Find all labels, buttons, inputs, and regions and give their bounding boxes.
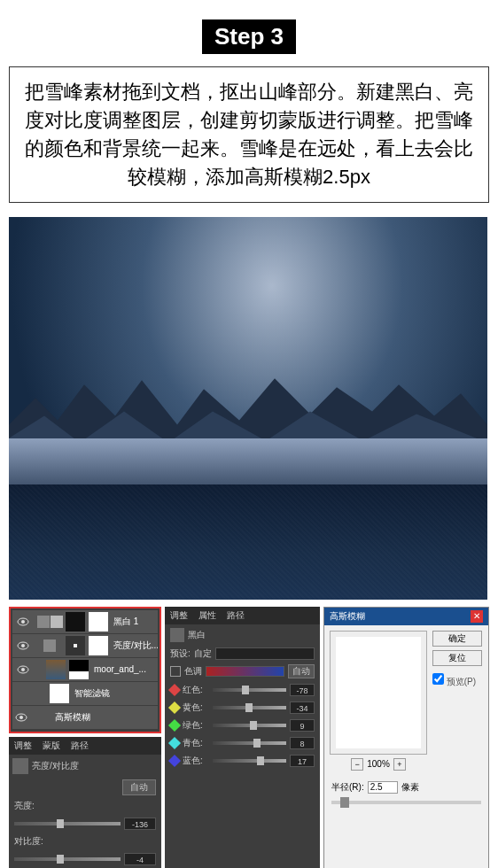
visibility-icon[interactable] — [16, 663, 30, 677]
radius-input[interactable] — [368, 781, 398, 794]
color-slider[interactable]: .c-row:nth-child(4) .sl:after{left:55%} — [213, 741, 286, 745]
panel-title: 亮度/对比度 — [32, 760, 79, 772]
mask-thumb — [69, 660, 89, 679]
preview-label: 预览(P) — [447, 677, 476, 686]
preview-area — [330, 631, 427, 755]
contrast-slider[interactable] — [14, 857, 121, 861]
adj-icon — [12, 758, 28, 774]
brightness-contrast-panel: 调整 蒙版 路径 亮度/对比度 自动 亮度: -136 对比度: — [9, 737, 161, 868]
color-value[interactable]: 17 — [290, 755, 315, 767]
visibility-icon[interactable] — [14, 710, 28, 725]
layer-row[interactable]: 黑白 1 — [12, 610, 158, 633]
layer-label: 亮度/对比... — [112, 639, 158, 652]
close-icon[interactable]: ✕ — [471, 610, 483, 623]
panel-tabs: 调整 蒙版 路径 — [9, 737, 161, 755]
svg-point-9 — [19, 716, 23, 719]
layer-label: 智能滤镜 — [73, 687, 158, 700]
color-slider[interactable]: .c-row:nth-child(5) .sl:after{left:60%} — [213, 759, 286, 763]
layer-row[interactable]: 亮度/对比... — [12, 634, 158, 657]
tint-swatch[interactable] — [170, 666, 181, 677]
radius-slider[interactable] — [331, 801, 481, 804]
tab[interactable]: 调整 — [9, 737, 37, 755]
color-value[interactable]: 9 — [290, 719, 315, 732]
auto-button[interactable]: 自动 — [122, 779, 156, 795]
zoom-out-icon[interactable]: − — [351, 758, 363, 771]
visibility-icon[interactable] — [16, 615, 30, 629]
preset-label: 预设: — [170, 647, 191, 660]
step-badge: Step 3 — [202, 19, 296, 54]
tint-label: 色调 — [184, 665, 202, 678]
color-gem — [168, 683, 181, 695]
mask-thumb — [89, 612, 108, 632]
preview-checkbox[interactable] — [432, 673, 444, 685]
color-gem — [168, 718, 181, 731]
layers-panel: 黑白 1 亮度/对比... moor_and_... — [9, 607, 161, 733]
zoom-pct: 100% — [367, 759, 390, 769]
panel-title: 黑白 — [188, 629, 206, 641]
color-gem — [168, 701, 181, 713]
result-image — [9, 217, 487, 600]
black-white-panel: 调整 属性 路径 黑白 预设: 自定 色调 自动 红色: .c-row:nth-… — [165, 607, 320, 868]
contrast-value[interactable]: -4 — [124, 853, 156, 865]
color-label: 绿色: — [183, 719, 209, 732]
color-label: 黄色: — [183, 701, 209, 714]
layer-row[interactable]: 智能滤镜 — [12, 682, 158, 705]
brightness-label: 亮度: — [14, 800, 46, 812]
color-slider[interactable]: .c-row:nth-child(2) .sl:after{left:45%} — [213, 706, 286, 709]
layer-label: 高斯模糊 — [53, 711, 158, 724]
color-gem — [168, 736, 181, 748]
color-slider[interactable]: .c-row:nth-child(3) .sl:after{left:50%} — [213, 724, 286, 727]
tab[interactable]: 路径 — [66, 737, 94, 755]
auto-button[interactable]: 自动 — [288, 664, 315, 678]
tab[interactable]: 蒙版 — [37, 737, 66, 755]
layer-row[interactable]: moor_and_... — [12, 658, 158, 681]
color-label: 青色: — [183, 737, 209, 749]
layer-row[interactable]: 高斯模糊 — [12, 706, 158, 729]
svg-point-3 — [21, 620, 25, 624]
color-label: 红色: — [183, 684, 209, 696]
color-value[interactable]: 8 — [290, 737, 315, 749]
svg-point-7 — [21, 668, 25, 671]
svg-point-5 — [21, 644, 25, 647]
ok-button[interactable]: 确定 — [432, 631, 482, 647]
clip-icon — [34, 616, 66, 628]
bw-icon — [170, 628, 184, 642]
layer-label: moor_and_... — [92, 664, 158, 674]
color-value[interactable]: -34 — [290, 701, 315, 714]
zoom-in-icon[interactable]: + — [393, 758, 406, 771]
contrast-label: 对比度: — [14, 835, 46, 848]
tab[interactable]: 路径 — [222, 607, 250, 624]
adj-thumb — [66, 612, 85, 632]
step-description: 把雪峰素材拖到文档，抠出山峰部分。新建黑白、亮度对比度调整图层，创建剪切蒙版进行… — [9, 66, 489, 203]
brightness-slider[interactable] — [14, 822, 121, 825]
color-gem — [168, 754, 181, 766]
tab[interactable]: 调整 — [165, 607, 193, 624]
preset-dropdown[interactable] — [215, 647, 315, 660]
cancel-button[interactable]: 复位 — [432, 650, 482, 666]
gaussian-blur-dialog: 高斯模糊 ✕ − 100% + 确定 复位 预览(P) — [323, 607, 489, 868]
tint-bar[interactable] — [206, 666, 284, 677]
color-label: 蓝色: — [183, 755, 209, 767]
layer-thumb — [46, 660, 66, 679]
dialog-title: 高斯模糊 — [330, 610, 365, 623]
color-slider[interactable]: .c-row:nth-child(1) .sl:after{left:40%} — [213, 688, 286, 692]
adj-thumb — [66, 636, 85, 655]
radius-label: 半径(R): — [331, 781, 364, 794]
filter-thumb — [50, 684, 69, 703]
layer-label: 黑白 1 — [112, 616, 158, 628]
brightness-value[interactable]: -136 — [124, 818, 156, 830]
radius-unit: 像素 — [401, 781, 419, 794]
color-value[interactable]: -78 — [290, 684, 315, 696]
clip-icon — [34, 639, 66, 652]
visibility-icon[interactable] — [16, 639, 30, 653]
panel-tabs: 调整 属性 路径 — [165, 607, 320, 624]
tab[interactable]: 属性 — [193, 607, 222, 624]
preset-value: 自定 — [194, 647, 212, 660]
mask-thumb — [89, 636, 108, 655]
